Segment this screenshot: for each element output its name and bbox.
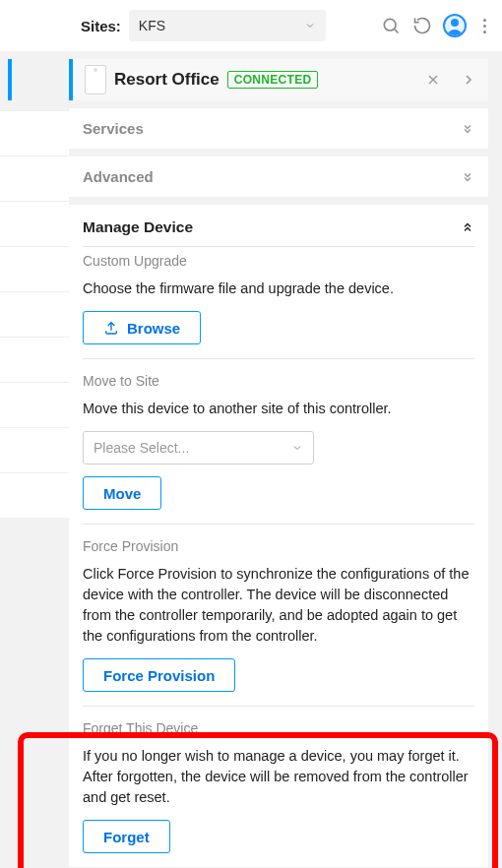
advanced-title: Advanced	[83, 168, 154, 185]
sites-label: Sites:	[81, 18, 121, 34]
site-select-placeholder: Please Select...	[94, 440, 189, 456]
background-list	[0, 110, 69, 518]
move-to-site-block: Move to Site Move this device to another…	[83, 358, 474, 510]
forget-text: If you no longer wish to manage a device…	[83, 746, 474, 808]
move-button[interactable]: Move	[83, 476, 161, 510]
forget-button[interactable]: Forget	[83, 820, 170, 853]
chevron-down-icon	[291, 442, 303, 454]
custom-upgrade-block: Custom Upgrade Choose the firmware file …	[83, 253, 474, 344]
main-area: Resort Office CONNECTED Services Advance…	[0, 51, 502, 868]
svg-line-1	[395, 30, 399, 33]
manage-device-section: Manage Device Custom Upgrade Choose the …	[69, 205, 488, 867]
forget-device-block: Forget This Device If you no longer wish…	[83, 706, 474, 853]
search-icon[interactable]	[380, 15, 402, 36]
device-name: Resort Office	[114, 70, 220, 90]
force-provision-block: Force Provision Click Force Provision to…	[83, 524, 474, 692]
move-button-label: Move	[103, 485, 141, 502]
connection-status-badge: CONNECTED	[227, 71, 319, 89]
browse-button-label: Browse	[127, 320, 180, 337]
manage-title: Manage Device	[83, 218, 193, 236]
services-section[interactable]: Services	[69, 108, 488, 149]
move-to-site-title: Move to Site	[83, 373, 474, 389]
manage-device-header[interactable]: Manage Device	[69, 205, 488, 246]
force-provision-button[interactable]: Force Provision	[83, 658, 235, 692]
force-provision-text: Click Force Provision to synchronize the…	[83, 564, 474, 647]
device-panel: Resort Office CONNECTED Services Advance…	[69, 59, 488, 868]
upload-icon	[103, 320, 119, 336]
services-title: Services	[83, 120, 144, 137]
forget-title: Forget This Device	[83, 720, 474, 736]
chevron-right-icon[interactable]	[461, 72, 476, 88]
force-provision-title: Force Provision	[83, 538, 474, 554]
site-selected-value: KFS	[139, 18, 165, 33]
move-to-site-text: Move this device to another site of this…	[83, 399, 474, 419]
browse-button[interactable]: Browse	[83, 311, 201, 344]
more-menu-icon[interactable]	[476, 19, 492, 33]
close-icon[interactable]	[425, 72, 441, 88]
site-selector[interactable]: KFS	[129, 10, 326, 41]
expand-icon	[461, 122, 474, 136]
topbar-actions	[380, 14, 492, 37]
force-provision-button-label: Force Provision	[103, 667, 215, 684]
collapse-icon	[461, 220, 474, 234]
device-header: Resort Office CONNECTED	[69, 59, 488, 100]
expand-icon	[461, 170, 474, 184]
svg-point-0	[384, 19, 396, 31]
custom-upgrade-title: Custom Upgrade	[83, 253, 474, 269]
forget-button-label: Forget	[103, 829, 150, 845]
chevron-down-icon	[304, 20, 316, 31]
topbar: Sites: KFS	[0, 0, 502, 51]
custom-upgrade-text: Choose the firmware file and upgrade the…	[83, 279, 474, 299]
device-thumbnail	[85, 65, 106, 94]
avatar[interactable]	[443, 14, 467, 37]
site-select-dropdown[interactable]: Please Select...	[83, 431, 314, 465]
refresh-icon[interactable]	[411, 15, 433, 36]
active-indicator	[8, 59, 12, 100]
advanced-section[interactable]: Advanced	[69, 156, 488, 197]
